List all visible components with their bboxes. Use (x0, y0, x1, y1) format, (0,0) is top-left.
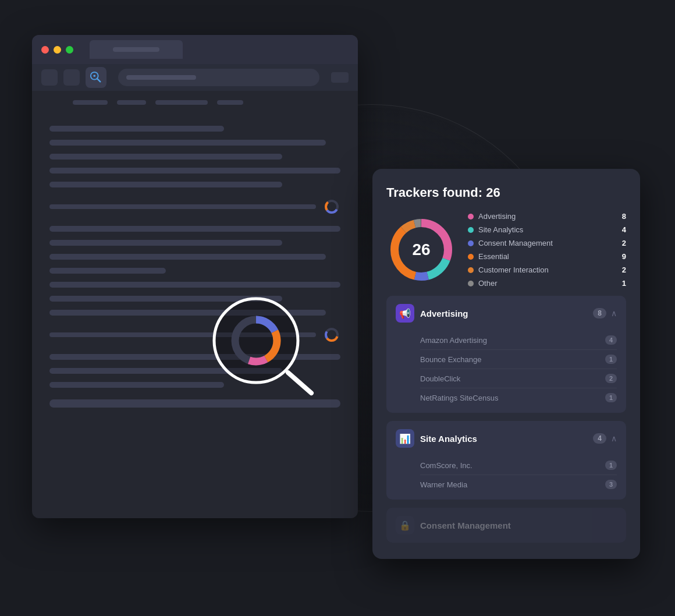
tracker-item: DoubleClick 2 (420, 369, 617, 388)
category-siteanalytics: 📊 Site Analytics 4 ∧ ComScore, Inc. 1 Wa… (386, 421, 626, 500)
category-advertising-header[interactable]: 📢 Advertising 8 ∧ (386, 296, 626, 331)
svg-line-2 (97, 79, 101, 82)
browser-window (32, 35, 358, 518)
tracker-item: Warner Media 3 (420, 475, 617, 494)
magnify-overlay (198, 285, 326, 402)
category-siteanalytics-chevron: ∧ (611, 434, 617, 443)
category-advertising-badge: 8 (593, 308, 606, 318)
content-line (49, 126, 224, 132)
browser-nav (32, 91, 358, 114)
tracker-count: 1 (605, 393, 617, 402)
address-bar[interactable] (118, 69, 319, 86)
tracker-item: ComScore, Inc. 1 (420, 456, 617, 475)
legend-left: Advertising (468, 212, 516, 221)
ghost-logo (86, 67, 106, 88)
tracker-item: NetRatings SiteCensus 1 (420, 388, 617, 407)
category-advertising-name: Advertising (420, 309, 589, 318)
tracker-name: DoubleClick (420, 374, 605, 383)
legend-count: 2 (622, 265, 626, 274)
toolbar-back-btn[interactable] (41, 69, 58, 86)
category-consent-header[interactable]: 🔒 Consent Management (386, 508, 626, 543)
tracker-count: 1 (605, 355, 617, 364)
tracker-count: 1 (605, 461, 617, 470)
category-siteanalytics-name: Site Analytics (420, 434, 589, 444)
legend-left: Consent Management (468, 239, 553, 247)
nav-item (217, 100, 243, 105)
browser-titlebar (32, 35, 358, 64)
category-advertising: 📢 Advertising 8 ∧ Amazon Advertising 4 B… (386, 296, 626, 413)
traffic-light-red[interactable] (41, 46, 49, 54)
panel-title: Trackers found: 26 (386, 185, 626, 200)
legend-label: Advertising (478, 212, 516, 221)
tracker-name: NetRatings SiteCensus (420, 394, 605, 402)
legend-label: Customer Interaction (478, 265, 549, 274)
legend-left: Essential (468, 252, 509, 261)
tracker-count: 3 (605, 480, 617, 489)
legend-left: Customer Interaction (468, 265, 549, 274)
legend: Advertising 8 Site Analytics 4 Consent M… (468, 212, 626, 288)
legend-item: Customer Interaction 2 (468, 265, 626, 274)
nav-item (117, 100, 146, 105)
browser-toolbar (32, 64, 358, 91)
legend-count: 2 (622, 239, 626, 247)
legend-item: Site Analytics 4 (468, 225, 626, 234)
content-line (49, 140, 326, 146)
tracker-name: ComScore, Inc. (420, 461, 605, 470)
legend-dot (468, 227, 474, 233)
category-siteanalytics-badge: 4 (593, 433, 606, 444)
category-siteanalytics-header[interactable]: 📊 Site Analytics 4 ∧ (386, 421, 626, 456)
content-line (49, 168, 340, 174)
legend-item: Advertising 8 (468, 212, 626, 221)
advertising-icon: 📢 (396, 304, 414, 323)
progress-bar (49, 204, 316, 209)
legend-left: Site Analytics (468, 225, 523, 234)
traffic-light-green[interactable] (66, 46, 73, 54)
legend-dot (468, 240, 474, 246)
toolbar-forward-btn[interactable] (63, 69, 80, 86)
legend-item: Consent Management 2 (468, 239, 626, 247)
legend-dot (468, 281, 474, 286)
legend-label: Consent Management (478, 239, 553, 247)
svg-point-1 (93, 75, 95, 77)
content-line (49, 154, 282, 160)
donut-center-count: 26 (412, 240, 430, 259)
content-line (49, 182, 282, 187)
legend-count: 9 (622, 252, 626, 261)
category-advertising-chevron: ∧ (611, 309, 617, 318)
tracker-name: Amazon Advertising (420, 336, 605, 345)
legend-dot (468, 267, 474, 273)
content-line (49, 240, 282, 246)
toolbar-extension (331, 72, 349, 83)
svg-point-9 (214, 299, 298, 383)
tracker-item: Bounce Exchange 1 (420, 349, 617, 369)
tracker-item: Amazon Advertising 4 (420, 331, 617, 349)
browser-tab[interactable] (90, 40, 183, 59)
category-consent-name: Consent Management (420, 521, 617, 530)
legend-dot (468, 254, 474, 260)
legend-left: Other (468, 279, 498, 288)
donut-chart: 26 (386, 215, 456, 285)
nav-item (73, 100, 108, 105)
traffic-light-yellow[interactable] (54, 46, 61, 54)
content-line (49, 268, 166, 274)
category-consent: 🔒 Consent Management (386, 508, 626, 543)
legend-label: Site Analytics (478, 225, 523, 234)
svg-line-10 (288, 373, 311, 393)
tracker-count: 4 (605, 335, 617, 345)
legend-label: Essential (478, 252, 509, 261)
tracker-count: 2 (605, 374, 617, 383)
legend-count: 8 (622, 212, 626, 221)
legend-count: 4 (622, 225, 626, 234)
tracker-name: Warner Media (420, 480, 605, 489)
category-advertising-items: Amazon Advertising 4 Bounce Exchange 1 D… (386, 331, 626, 413)
legend-item: Essential 9 (468, 252, 626, 261)
content-line (49, 226, 340, 232)
legend-count: 1 (622, 279, 626, 288)
content-line (49, 254, 326, 260)
legend-item: Other 1 (468, 279, 626, 288)
tracker-name: Bounce Exchange (420, 355, 605, 364)
consent-icon: 🔒 (396, 516, 414, 534)
progress-row (49, 198, 340, 215)
category-siteanalytics-items: ComScore, Inc. 1 Warner Media 3 (386, 456, 626, 500)
chart-legend-row: 26 Advertising 8 Site Analytics 4 Consen… (386, 212, 626, 288)
